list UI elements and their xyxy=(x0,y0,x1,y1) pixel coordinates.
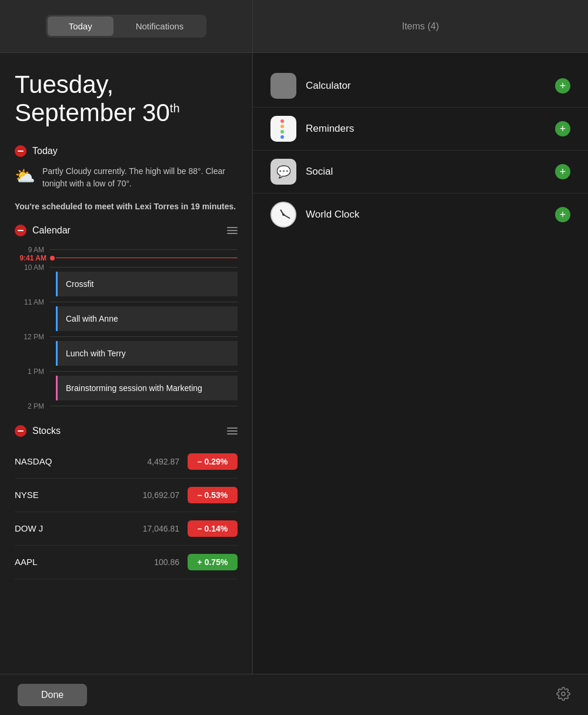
calendar-section: Calendar 9 AM 9:41 AM xyxy=(15,225,238,410)
stock-badge-aapl: + 0.75% xyxy=(188,554,238,570)
weather-description: Partly Cloudy currently. The high will b… xyxy=(42,165,238,190)
stocks-section: Stocks NASDAQ 4,492.87 – 0.29% NYSE 10,6… xyxy=(15,425,238,579)
add-reminders-button[interactable] xyxy=(555,121,570,136)
left-panel: Tuesday, September 30th Today ⛅ Partly C… xyxy=(0,53,253,674)
today-section-header: Today xyxy=(15,145,238,157)
time-row-12pm: 12 PM xyxy=(15,332,238,341)
time-row-11am: 11 AM xyxy=(15,297,238,306)
event-call-anne-label: Call with Anne xyxy=(66,314,118,323)
calendar-hamburger-icon[interactable] xyxy=(227,227,238,234)
time-line-9am xyxy=(50,249,238,250)
current-time-dot xyxy=(50,256,55,260)
today-section-title: Today xyxy=(32,146,58,156)
current-time-line xyxy=(56,258,238,258)
stock-name-dowj: DOW J xyxy=(15,523,62,533)
time-label-2pm: 2 PM xyxy=(15,401,50,410)
add-social-button[interactable] xyxy=(555,164,570,179)
stocks-remove-icon[interactable] xyxy=(15,425,26,437)
main-content: Tuesday, September 30th Today ⛅ Partly C… xyxy=(0,53,588,674)
stock-badge-nasdaq: – 0.29% xyxy=(188,453,238,470)
add-world-clock-button[interactable] xyxy=(555,207,570,222)
app-item-social[interactable]: 💬 Social xyxy=(253,151,588,193)
time-row-1pm: 1 PM xyxy=(15,366,238,376)
tab-today[interactable]: Today xyxy=(48,16,113,36)
time-label-11am: 11 AM xyxy=(15,297,50,306)
reminders-icon xyxy=(270,116,296,142)
stocks-section-title: Stocks xyxy=(32,426,61,436)
app-item-world-clock[interactable]: World Clock xyxy=(253,193,588,236)
time-label-9am: 9 AM xyxy=(15,245,50,254)
tab-notifications[interactable]: Notifications xyxy=(115,16,205,36)
today-remove-icon[interactable] xyxy=(15,145,26,157)
items-title: Items (4) xyxy=(402,21,439,32)
done-button[interactable]: Done xyxy=(18,684,87,706)
event-call-anne[interactable]: Call with Anne xyxy=(56,306,238,331)
app-name-social: Social xyxy=(306,166,555,178)
timeline: 9 AM 9:41 AM 10 AM Crossfit xyxy=(15,245,238,410)
tab-bar: Today Notifications Items (4) xyxy=(0,0,588,53)
stock-row-aapl[interactable]: AAPL 100.86 + 0.75% xyxy=(15,546,238,579)
right-panel: Calculator xyxy=(253,53,588,674)
app-item-reminders[interactable]: Reminders xyxy=(253,108,588,151)
stock-value-nyse: 10,692.07 xyxy=(62,490,188,500)
time-label-1pm: 1 PM xyxy=(15,366,50,376)
stock-name-nyse: NYSE xyxy=(15,490,62,500)
gear-icon[interactable] xyxy=(556,687,570,703)
date-line1: Tuesday, xyxy=(15,71,238,99)
time-line-1pm xyxy=(50,371,238,372)
time-line-12pm xyxy=(50,336,238,337)
time-label-12pm: 12 PM xyxy=(15,332,50,341)
weather-row: ⛅ Partly Cloudy currently. The high will… xyxy=(15,165,238,190)
time-row-2pm: 2 PM xyxy=(15,401,238,410)
app-name-calculator: Calculator xyxy=(306,80,555,92)
meeting-text: You're scheduled to meet with Lexi Torre… xyxy=(15,201,238,213)
event-lunch-terry[interactable]: Lunch with Terry xyxy=(56,341,238,366)
date-line2: September 30th xyxy=(15,99,238,127)
time-label-10am: 10 AM xyxy=(15,262,50,272)
add-calculator-button[interactable] xyxy=(555,78,570,93)
stock-value-aapl: 100.86 xyxy=(62,557,188,567)
app-name-reminders: Reminders xyxy=(306,123,555,135)
weather-icon: ⛅ xyxy=(15,166,35,186)
stock-row-nyse[interactable]: NYSE 10,692.07 – 0.53% xyxy=(15,479,238,512)
calendar-remove-icon[interactable] xyxy=(15,225,26,236)
stock-badge-dowj: – 0.14% xyxy=(188,520,238,537)
event-brainstorming-label: Brainstorming session with Marketing xyxy=(66,383,202,393)
current-time-label: 9:41 AM xyxy=(15,254,50,262)
time-line-2pm xyxy=(50,406,238,406)
clock-face xyxy=(273,204,294,225)
app-item-calculator[interactable]: Calculator xyxy=(253,65,588,108)
time-line-10am xyxy=(50,267,238,268)
time-row-9am: 9 AM xyxy=(15,245,238,254)
current-time-row: 9:41 AM xyxy=(15,254,238,262)
calendar-section-title: Calendar xyxy=(32,225,71,236)
calculator-icon xyxy=(270,73,296,99)
app-name-world-clock: World Clock xyxy=(306,209,555,220)
calendar-section-header: Calendar xyxy=(15,225,238,236)
tab-button-group: Today Notifications xyxy=(46,15,207,38)
stocks-section-header: Stocks xyxy=(15,425,238,437)
stock-row-dowj[interactable]: DOW J 17,046.81 – 0.14% xyxy=(15,512,238,546)
stock-value-nasdaq: 4,492.87 xyxy=(62,457,188,466)
stocks-actions xyxy=(227,427,238,435)
stock-name-aapl: AAPL xyxy=(15,557,62,567)
date-heading: Tuesday, September 30th xyxy=(15,71,238,128)
stock-name-nasdaq: NASDAQ xyxy=(15,456,62,466)
stock-badge-nyse: – 0.53% xyxy=(188,487,238,503)
event-crossfit[interactable]: Crossfit xyxy=(56,272,238,296)
event-crossfit-label: Crossfit xyxy=(66,279,93,289)
stock-value-dowj: 17,046.81 xyxy=(62,524,188,533)
event-lunch-terry-label: Lunch with Terry xyxy=(66,349,126,358)
time-row-10am: 10 AM xyxy=(15,262,238,272)
stocks-hamburger-icon[interactable] xyxy=(227,427,238,435)
tab-left-section: Today Notifications xyxy=(0,0,253,52)
bottom-bar: Done xyxy=(0,674,588,715)
social-icon: 💬 xyxy=(270,159,296,185)
stock-row-nasdaq[interactable]: NASDAQ 4,492.87 – 0.29% xyxy=(15,445,238,479)
time-line-11am xyxy=(50,302,238,302)
event-brainstorming[interactable]: Brainstorming session with Marketing xyxy=(56,376,238,400)
calendar-actions xyxy=(227,227,238,234)
world-clock-icon xyxy=(270,202,296,228)
svg-point-0 xyxy=(562,692,565,696)
tab-right-section: Items (4) xyxy=(253,0,588,52)
